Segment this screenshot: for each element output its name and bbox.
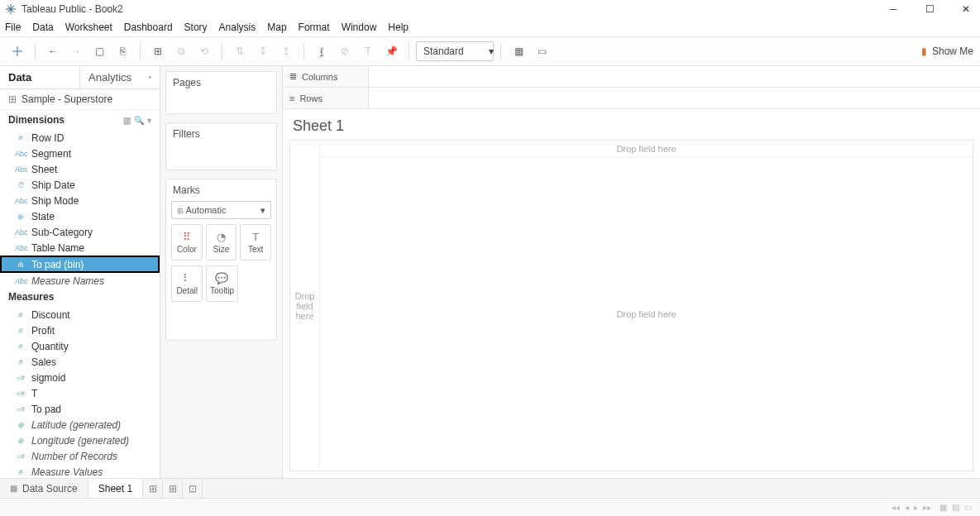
field-latitude[interactable]: ⊕Latitude (generated) [0,417,160,432]
marks-tooltip-button[interactable]: 💬Tooltip [206,265,237,302]
tab-data[interactable]: Data [0,66,79,88]
data-source-row[interactable]: ⊞ Sample - Superstore [0,89,160,111]
new-worksheet-icon[interactable]: ⊞ [147,41,169,62]
field-sheet[interactable]: AbcSheet [0,161,160,177]
bin-icon: ılı [15,260,26,269]
menu-worksheet[interactable]: Worksheet [65,22,112,33]
sort-desc-icon[interactable]: ↥ [275,41,297,62]
field-row-id[interactable]: #Row ID [0,130,160,146]
field-table-name[interactable]: AbcTable Name [0,240,160,256]
menu-icon[interactable]: ▾ [147,116,151,125]
filters-shelf[interactable]: Filters [165,122,277,170]
new-dashboard-button[interactable]: ⊞ [163,479,183,498]
clear-icon[interactable]: ⟲ [194,41,215,62]
menu-analysis[interactable]: Analysis [219,22,256,33]
field-longitude[interactable]: ⊕Longitude (generated) [0,432,160,448]
globe-icon: ⊕ [15,421,26,429]
rows-text: Rows [299,93,323,103]
field-label: Discount [31,309,70,321]
columns-shelf[interactable] [369,66,980,87]
field-to-pad-bin[interactable]: ılıTo pad (bin) [0,256,160,273]
view-icon[interactable]: ▥ [123,116,131,125]
field-segment[interactable]: AbcSegment [0,146,160,161]
field-quantity[interactable]: #Quantity [0,338,160,354]
menu-file[interactable]: File [5,22,21,33]
duplicate-icon[interactable]: ⧉ [170,41,192,62]
field-measure-names[interactable]: AbcMeasure Names [0,273,160,287]
abc-icon: Abc [15,165,26,174]
hash-icon: # [15,311,26,319]
field-state[interactable]: ⊕State [0,208,160,224]
minimize-button[interactable]: ─ [887,3,899,15]
new-data-button[interactable]: ⎘ [112,41,133,62]
marks-type-dropdown[interactable]: ⊞ Automatic▾ [171,201,271,219]
nav-first-icon[interactable]: ◂◂ [892,503,900,512]
redo-button[interactable]: → [65,41,87,62]
pin-icon[interactable]: 📌 [380,41,402,62]
field-to-pad[interactable]: =#To pad [0,401,160,417]
field-measure-values[interactable]: #Measure Values [0,464,160,478]
menu-format[interactable]: Format [299,22,330,33]
main-drop-zone[interactable]: Drop field here [320,157,973,471]
field-ship-date[interactable]: ⏱Ship Date [0,177,160,193]
nav-prev-icon[interactable]: ◂ [905,503,909,512]
fit-dropdown[interactable]: Standard▾ [416,41,494,61]
show-me-button[interactable]: ▮ Show Me [921,45,973,57]
dimensions-list: #Row ID AbcSegment AbcSheet ⏱Ship Date A… [0,130,160,287]
cards-icon[interactable]: ▦ [508,41,529,62]
title-bar: Tableau Public - Book2 ─ ☐ ✕ [0,0,980,18]
undo-button[interactable]: ← [42,41,64,62]
tableau-icon[interactable] [7,41,28,62]
field-discount[interactable]: #Discount [0,307,160,322]
new-story-button[interactable]: ⊡ [183,479,203,498]
sort-asc-icon[interactable]: ↧ [252,41,274,62]
maximize-button[interactable]: ☐ [924,3,935,15]
group-icon[interactable]: ⊘ [334,41,356,62]
menu-help[interactable]: Help [388,22,409,33]
marks-size-button[interactable]: ◔Size [206,224,237,260]
tab-sheet-1[interactable]: Sheet 1 [88,479,143,498]
rows-shelf[interactable] [369,88,980,108]
new-worksheet-button[interactable]: ⊞ [143,479,163,498]
menu-dashboard[interactable]: Dashboard [124,22,173,33]
save-button[interactable]: ▢ [88,41,110,62]
marks-color-button[interactable]: ⠿Color [171,224,203,260]
abc-icon: Abc [15,244,26,252]
field-profit[interactable]: #Profit [0,322,160,338]
field-t[interactable]: =#T [0,385,160,401]
measures-list: #Discount #Profit #Quantity #Sales =#sig… [0,307,160,478]
field-label: Sales [31,356,56,368]
close-button[interactable]: ✕ [960,3,972,15]
slide-icon[interactable]: ▭ [964,503,972,512]
sheet-title[interactable]: Sheet 1 [283,109,980,140]
menu-story[interactable]: Story [184,22,208,33]
col-drop-zone[interactable]: Drop field here [320,141,973,157]
viz-area[interactable]: Drop field here Drop field here Drop fie… [289,140,973,471]
menu-map[interactable]: Map [267,22,286,33]
swap-icon[interactable]: ⇅ [229,41,251,62]
menu-data[interactable]: Data [32,22,53,33]
tab-data-source[interactable]: ▦Data Source [0,479,88,498]
field-label: Profit [31,325,55,337]
field-number-records[interactable]: =#Number of Records [0,448,160,464]
film-icon[interactable]: ▤ [952,503,959,512]
nav-next-icon[interactable]: ▸ [914,503,918,512]
search-icon[interactable]: 🔍 [134,116,144,125]
marks-text-button[interactable]: TText [240,224,271,260]
marks-detail-button[interactable]: ⠇Detail [171,265,203,302]
labels-icon[interactable]: T [357,41,379,62]
field-sales[interactable]: #Sales [0,354,160,370]
field-sigmoid[interactable]: =#sigmoid [0,370,160,385]
measures-header: Measures [0,287,160,307]
pages-shelf[interactable]: Pages [165,71,277,114]
field-ship-mode[interactable]: AbcShip Mode [0,193,160,208]
tab-analytics[interactable]: Analytics• [79,66,160,88]
row-drop-zone[interactable]: Drop field here [290,141,320,471]
field-label: Measure Values [31,466,103,478]
menu-window[interactable]: Window [342,22,377,33]
presentation-icon[interactable]: ▭ [531,41,552,62]
nav-last-icon[interactable]: ▸▸ [923,503,931,512]
grid-icon[interactable]: ▦ [939,503,947,512]
highlight-icon[interactable]: ℓ [311,41,332,62]
field-sub-category[interactable]: AbcSub-Category [0,224,160,240]
